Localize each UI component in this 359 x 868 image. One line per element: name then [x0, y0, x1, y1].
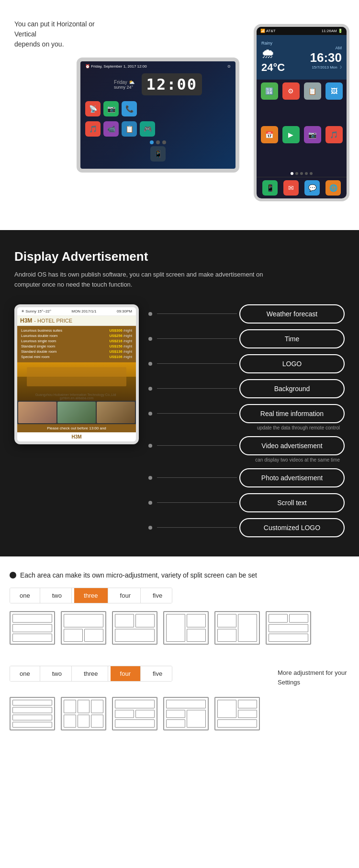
- layout-3col: [266, 611, 311, 645]
- layout-4h: [10, 697, 55, 730]
- app-messages: 💬: [304, 180, 320, 196]
- tab-row-top[interactable]: one two three four five: [10, 588, 172, 603]
- layout-left1-right2: [163, 611, 209, 645]
- tab-four-bottom[interactable]: four: [111, 666, 141, 681]
- app-reminders: 📋: [304, 82, 321, 100]
- layout-2col: [61, 611, 106, 645]
- feature-btn-weather[interactable]: Weather forecast: [239, 304, 345, 324]
- connector-dot-custlogo: [148, 526, 152, 530]
- split-header: Each area can make its own micro-adjustm…: [10, 571, 349, 580]
- app-camera: 📷: [304, 126, 321, 143]
- display-ad-description: Android OS has its own publish software,…: [14, 270, 263, 290]
- more-settings-text: More adjustment for your Settings: [278, 668, 349, 687]
- layout-right1-left2: [214, 611, 260, 645]
- connector-dot-photo: [148, 476, 152, 480]
- feature-note-video: can display two videos at the same time: [148, 457, 345, 463]
- feature-logo-row: LOGO: [148, 354, 345, 373]
- layout-top2-bot1-mid1: [163, 697, 209, 730]
- phone-screen: 📶 AT&T 11:26AM 🔋 Rainy 🌧 24°C AM 16:30 1…: [257, 27, 347, 198]
- feature-custlogo-row: Customized LOGO: [148, 518, 345, 537]
- tab-three-bottom[interactable]: three: [74, 666, 108, 681]
- feature-video-row: Video advertisement: [148, 436, 345, 455]
- feature-realtime-row: Real time information: [148, 404, 345, 423]
- tab-five-top[interactable]: five: [143, 588, 172, 603]
- connector-dot-logo: [148, 362, 152, 366]
- tab-three-top[interactable]: three: [74, 588, 108, 603]
- connector-dot-realtime: [148, 412, 152, 416]
- feature-time-row: Time: [148, 329, 345, 348]
- tab-four-top[interactable]: four: [111, 588, 141, 603]
- hotel-scroll-text: Please check out before 13:00 and: [17, 424, 136, 432]
- app-videos: ▶: [282, 126, 300, 143]
- feature-bg-row: Background: [148, 379, 345, 398]
- phone-time: 11:26AM 🔋: [322, 29, 343, 33]
- phone-apps-grid: 🔢 ⚙ 📋 🖼 📅 ▶ 📷 🎵: [257, 80, 347, 170]
- phone-page-dots: [257, 170, 347, 177]
- feature-btn-time[interactable]: Time: [239, 329, 345, 348]
- app-phone: 📱: [262, 180, 278, 196]
- tablet-topbar-right: ⊙: [227, 64, 231, 69]
- phone-temp: 24°C: [261, 61, 285, 74]
- ad-layout: ☀ Sunny 15°~22° MON 2017/1/1 09:30PM H3M…: [14, 304, 345, 537]
- tablet-device: ⏰ Friday, September 1, 2017 12:00 ⊙ Frid…: [77, 58, 239, 173]
- feature-btn-logo[interactable]: LOGO: [239, 354, 345, 373]
- tablet-topbar-left: ⏰ Friday, September 1, 2017 12:00: [85, 64, 147, 69]
- grid-layouts-top: [10, 611, 349, 645]
- layout-complex5: [214, 697, 260, 730]
- hotel-topbar-time: 09:30PM: [117, 309, 132, 313]
- display-ad-title: Display Advertisement: [14, 249, 345, 264]
- feature-btn-custlogo[interactable]: Customized LOGO: [239, 518, 345, 537]
- feature-weather-row: Weather forecast: [148, 304, 345, 324]
- feature-btn-bg[interactable]: Background: [239, 379, 345, 398]
- feature-btn-realtime[interactable]: Real time information: [239, 404, 345, 423]
- app-cal: 📅: [261, 126, 278, 143]
- phone-topbar: 📶 AT&T 11:26AM 🔋: [257, 27, 347, 35]
- phone-bottom-apps: 📱 ✉ 💬 🌐: [257, 177, 347, 198]
- tab-two-top[interactable]: two: [43, 588, 72, 603]
- phone-device: 📶 AT&T 11:26AM 🔋 Rainy 🌧 24°C AM 16:30 1…: [254, 24, 349, 201]
- app-photo: 🖼: [325, 82, 343, 100]
- layout-top1-bot2: [112, 611, 157, 645]
- layout-2x2: [112, 697, 157, 730]
- phone-weather: Rainy 🌧 24°C AM 16:30 15/7/2013 Mon ☽: [257, 35, 347, 80]
- tab-row-bottom[interactable]: one two three four five: [10, 666, 172, 682]
- app-calc: 🔢: [261, 82, 278, 100]
- hotel-screen-mock: ☀ Sunny 15°~22° MON 2017/1/1 09:30PM H3M…: [14, 304, 139, 444]
- layout-3col-v: [61, 697, 106, 730]
- hotel-topbar: ☀ Sunny 15°~22° MON 2017/1/1 09:30PM: [17, 307, 136, 316]
- section-orientation: You can put it Horizontal or Vertical de…: [0, 0, 359, 230]
- app-music: 🎵: [325, 126, 343, 143]
- connector-dot-weather: [148, 312, 152, 316]
- tablet-screen: ⏰ Friday, September 1, 2017 12:00 ⊙ Frid…: [80, 61, 236, 169]
- bullet-icon: [10, 572, 16, 579]
- description-line2: depends on you.: [14, 40, 64, 48]
- connector-dot-video: [148, 444, 152, 448]
- tab-two-bottom[interactable]: two: [43, 666, 72, 681]
- features-area: Weather forecast Time LOGO Background: [148, 304, 345, 537]
- connector-dot-time: [148, 337, 152, 341]
- tablet-topbar: ⏰ Friday, September 1, 2017 12:00 ⊙: [82, 63, 234, 69]
- hotel-prices: Luxurious business suitesUS$306 /night L…: [17, 326, 136, 362]
- phone-time-big: 16:30: [310, 50, 342, 65]
- phone-signal: 📶 AT&T: [260, 29, 276, 33]
- hotel-photos: [17, 401, 136, 424]
- app-settings: ⚙: [282, 82, 300, 100]
- feature-btn-scroll[interactable]: Scroll text: [239, 493, 345, 512]
- layout-3h: [10, 611, 55, 645]
- app-chrome: 🌐: [325, 180, 341, 196]
- feature-note-realtime: update the data through remote control: [148, 425, 345, 430]
- feature-btn-video[interactable]: Video advertisement: [239, 436, 345, 455]
- feature-btn-photo[interactable]: Photo advertisement: [239, 468, 345, 487]
- hotel-building-image: Guangzhou Huibaimer Information Technolo…: [17, 362, 136, 401]
- connector-dot-scroll: [148, 501, 152, 505]
- connector-dot-bg: [148, 387, 152, 391]
- tab-one-bottom[interactable]: one: [10, 666, 40, 681]
- hotel-brand: H3M: [20, 317, 32, 324]
- more-settings-row: one two three four five More adjustment …: [10, 666, 349, 689]
- section-split-screen: Each area can make its own micro-adjustm…: [0, 556, 359, 757]
- tab-one-top[interactable]: one: [10, 588, 40, 603]
- tab-five-bottom[interactable]: five: [143, 666, 172, 681]
- hotel-logo-bar: H3M: [17, 432, 136, 441]
- grid-layouts-bottom: [10, 697, 349, 730]
- description-line1: You can put it Horizontal or Vertical: [14, 20, 95, 38]
